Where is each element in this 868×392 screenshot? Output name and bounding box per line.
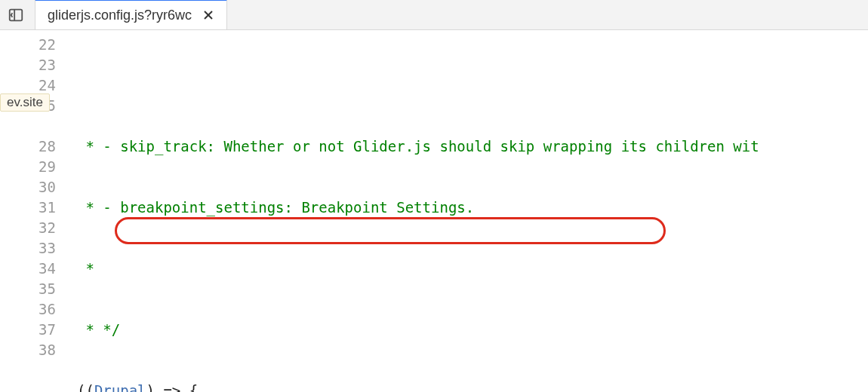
- line-number: 38: [0, 340, 56, 360]
- line-number: 35: [0, 279, 56, 299]
- editor[interactable]: 22 23 24 25 28 29 30 31 32 33 34 35 36 3…: [0, 30, 868, 392]
- line-number: 24: [0, 75, 56, 96]
- line-number: 33: [0, 238, 56, 259]
- panel-toggle-icon[interactable]: [5, 4, 27, 26]
- inlay-badge: ev.site: [0, 93, 50, 112]
- code-line: * - breakpoint_settings: Breakpoint Sett…: [77, 198, 868, 218]
- tab-strip: gliderjs.config.js?ryr6wc: [0, 0, 868, 30]
- line-number: [0, 116, 56, 136]
- tab-title: gliderjs.config.js?ryr6wc: [48, 8, 192, 23]
- line-number: 29: [0, 157, 56, 177]
- code-line: *: [77, 259, 868, 279]
- editor-tab[interactable]: gliderjs.config.js?ryr6wc: [35, 0, 227, 29]
- line-number: 22: [0, 35, 56, 55]
- line-number: 30: [0, 177, 56, 198]
- code-area[interactable]: * - skip_track: Whether or not Glider.js…: [65, 30, 868, 392]
- line-number: 36: [0, 299, 56, 320]
- line-number: 23: [0, 55, 56, 75]
- line-number: 28: [0, 136, 56, 157]
- highlight-annotation: [115, 217, 666, 244]
- code-line: ((Drupal) => {: [77, 381, 868, 392]
- code-line: * */: [77, 320, 868, 340]
- line-number: 31: [0, 198, 56, 218]
- line-number: 37: [0, 320, 56, 340]
- code-line: * - skip_track: Whether or not Glider.js…: [77, 136, 868, 157]
- close-icon[interactable]: [201, 8, 216, 23]
- line-number: 32: [0, 218, 56, 238]
- line-number-gutter: 22 23 24 25 28 29 30 31 32 33 34 35 36 3…: [0, 30, 65, 392]
- line-number: 34: [0, 259, 56, 279]
